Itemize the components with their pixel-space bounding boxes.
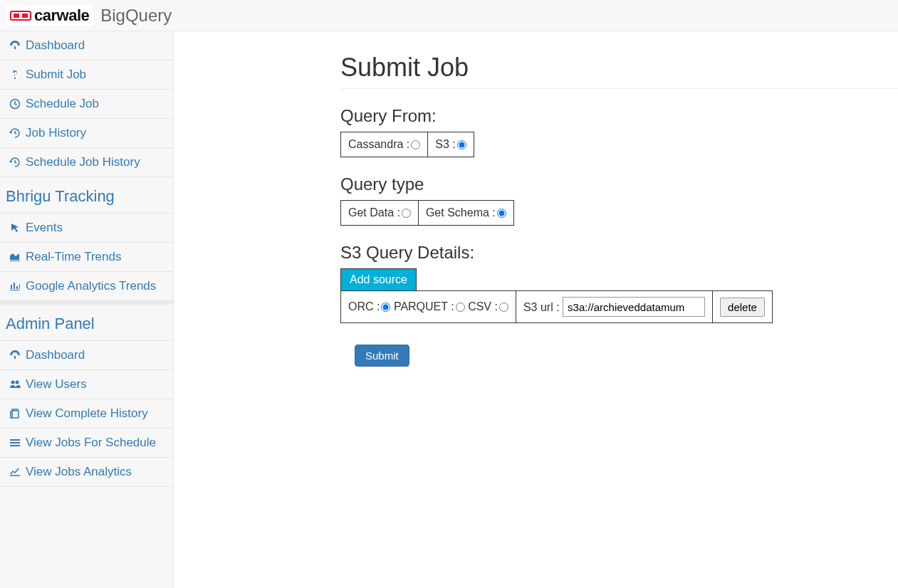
query-type-label: Query type	[340, 174, 898, 194]
nav-label: Google Analytics Trends	[26, 279, 156, 293]
topbar: carwale BigQuery	[0, 0, 898, 31]
nav-label: View Complete History	[26, 406, 148, 421]
dashboard-icon	[9, 40, 21, 51]
s3-url-input[interactable]	[563, 297, 705, 317]
nav-label: View Users	[26, 377, 87, 392]
query-type-option-0: Get Data :	[341, 201, 419, 226]
svg-point-5	[16, 381, 19, 384]
option-label: Cassandra :	[348, 138, 409, 150]
delete-button[interactable]: delete	[720, 298, 765, 317]
sidebar-tracking-item-2[interactable]: Google Analytics Trends	[0, 272, 173, 301]
sidebar-main-item-1[interactable]: Submit Job	[0, 61, 173, 90]
dashboard-icon	[9, 350, 21, 361]
sidebar-main-item-4[interactable]: Schedule Job History	[0, 148, 173, 177]
nav-label: View Jobs For Schedule	[26, 436, 156, 450]
sidebar-admin-item-4[interactable]: View Jobs Analytics	[0, 458, 173, 487]
question-icon	[9, 69, 21, 80]
sidebar: DashboardSubmit JobSchedule JobJob Histo…	[0, 31, 174, 588]
format-cell: ORC : PARQUET : CSV :	[341, 291, 516, 323]
format-label-0: ORC :	[348, 300, 380, 313]
sidebar-main-item-0[interactable]: Dashboard	[0, 31, 173, 61]
logo-text: carwale	[34, 6, 89, 25]
query-from-radio-1[interactable]	[457, 140, 466, 149]
query-from-radio-0[interactable]	[411, 140, 420, 149]
bar-icon	[9, 280, 21, 292]
add-source-button[interactable]: Add source	[340, 268, 417, 290]
sidebar-section-tracking: Bhrigu Tracking	[0, 177, 173, 214]
s3-url-label: S3 url :	[523, 301, 563, 313]
svg-rect-2	[22, 14, 28, 18]
nav-label: Events	[26, 221, 63, 235]
svg-point-4	[11, 381, 15, 384]
submit-button[interactable]: Submit	[355, 345, 409, 367]
app-title: BigQuery	[100, 6, 172, 26]
query-type-option-1: Get Schema :	[418, 201, 513, 226]
line-icon	[9, 466, 21, 478]
sidebar-main-item-2[interactable]: Schedule Job	[0, 90, 173, 119]
page-title: Submit Job	[340, 53, 898, 89]
sidebar-tracking-item-0[interactable]: Events	[0, 214, 173, 243]
s3-details-label: S3 Query Details:	[340, 243, 898, 263]
format-radio-2[interactable]	[499, 303, 508, 312]
nav-label: Job History	[26, 126, 86, 140]
logo[interactable]: carwale	[6, 5, 93, 26]
format-radio-1[interactable]	[456, 303, 465, 312]
option-label: S3 :	[435, 138, 455, 150]
s3-url-cell: S3 url :	[516, 291, 712, 323]
carwale-icon	[10, 9, 31, 22]
format-label-1: PARQUET :	[394, 300, 454, 313]
option-label: Get Data :	[348, 206, 400, 219]
clock-icon	[9, 98, 21, 110]
sidebar-main-item-3[interactable]: Job History	[0, 119, 173, 148]
nav-label: Submit Job	[26, 68, 86, 82]
svg-rect-1	[14, 14, 19, 18]
query-from-label: Query From:	[340, 106, 898, 126]
sidebar-section-admin: Admin Panel	[0, 301, 173, 341]
s3-source-table: ORC : PARQUET : CSV : S3 url : delete	[340, 290, 773, 323]
list-icon	[9, 437, 21, 448]
nav-label: Dashboard	[26, 38, 85, 53]
users-icon	[9, 379, 21, 390]
main-content: Submit Job Query From: Cassandra :S3 : Q…	[174, 31, 898, 588]
sidebar-admin-item-2[interactable]: View Complete History	[0, 399, 173, 429]
nav-label: Schedule Job History	[26, 155, 140, 169]
copy-icon	[9, 408, 21, 419]
nav-label: View Jobs Analytics	[26, 465, 132, 479]
query-type-radio-0[interactable]	[402, 209, 411, 218]
area-icon	[9, 251, 21, 263]
query-from-option-1: S3 :	[428, 132, 474, 157]
query-from-option-0: Cassandra :	[341, 132, 428, 157]
history-icon	[9, 157, 21, 168]
query-from-options: Cassandra :S3 :	[340, 132, 474, 157]
format-label-2: CSV :	[468, 300, 498, 313]
sidebar-admin-item-3[interactable]: View Jobs For Schedule	[0, 429, 173, 458]
sidebar-admin-item-1[interactable]: View Users	[0, 370, 173, 399]
query-type-options: Get Data :Get Schema :	[340, 200, 514, 226]
nav-label: Dashboard	[26, 348, 85, 362]
option-label: Get Schema :	[426, 206, 496, 219]
query-type-radio-1[interactable]	[497, 209, 506, 218]
nav-label: Real-Time Trends	[26, 250, 121, 264]
format-radio-0[interactable]	[381, 303, 390, 312]
pointer-icon	[9, 222, 21, 233]
nav-label: Schedule Job	[26, 97, 99, 111]
svg-rect-6	[12, 411, 19, 418]
history-icon	[9, 127, 21, 139]
sidebar-admin-item-0[interactable]: Dashboard	[0, 341, 173, 370]
sidebar-tracking-item-1[interactable]: Real-Time Trends	[0, 243, 173, 272]
